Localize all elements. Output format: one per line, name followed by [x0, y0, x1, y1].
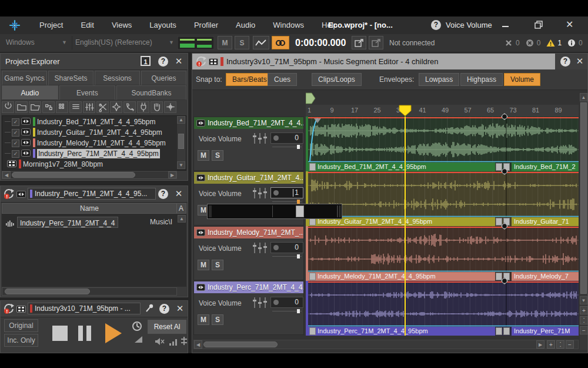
contents-header[interactable]: Industry_Perc_71M_2MT_4_4_95... ? ✕ [1, 186, 188, 203]
checkbox[interactable]: ✓ [12, 150, 19, 158]
fader-icon[interactable] [181, 336, 188, 348]
track-header-4[interactable]: Industry_Perc_71M_2MT_4_4...Voice Volume… [193, 281, 304, 335]
folder-open-icon[interactable] [29, 101, 41, 113]
power-icon[interactable] [2, 101, 14, 113]
tab-audio[interactable]: Audio [2, 85, 58, 100]
transport-header[interactable]: Industry3v10_71M_95bpm - ... ? ✕ [1, 301, 188, 317]
track-title-strip[interactable]: Industry_Perc_71M_2MT_4_4... [194, 281, 303, 293]
tree-item-selected[interactable]: ✓Industry_Perc_71M_2MT_4_4_95bpm [2, 148, 175, 159]
menu-audio[interactable]: Audio [227, 16, 264, 34]
pause-button[interactable] [78, 326, 92, 341]
solo-button[interactable]: S [212, 150, 223, 161]
track-lane-3[interactable]: Industry_Melody_71M_2MT_4_4_95bpmIndustr… [306, 226, 579, 281]
close-icon[interactable]: ✕ [173, 56, 184, 67]
volume-mini-slider[interactable] [272, 200, 302, 203]
clip-trim-handle[interactable] [496, 327, 502, 335]
automation-curve-button[interactable] [253, 36, 269, 49]
mute-button[interactable]: M [198, 314, 209, 325]
scroll-up-arrow[interactable]: ▲ [177, 116, 185, 124]
track-title-strip[interactable]: Industry_Melody_71M_2MT_... [194, 227, 303, 238]
voice-volume-value-box[interactable]: 1 [270, 187, 303, 198]
close-icon[interactable]: ✕ [175, 303, 185, 314]
zoom-out-button[interactable]: − [566, 340, 574, 349]
envelope-node[interactable] [500, 167, 509, 178]
delay-clock-icon[interactable] [131, 320, 143, 334]
mute-button[interactable]: M [198, 150, 209, 161]
contents-hscrollbar[interactable] [2, 287, 177, 296]
volume-mini-slider[interactable] [272, 255, 302, 258]
solo-button[interactable]: S [212, 260, 223, 270]
platform-select[interactable]: Windows▼ [0, 36, 72, 49]
volume-mini-slider[interactable] [272, 310, 302, 313]
zoom-in-button[interactable]: + [580, 306, 588, 314]
scroll-left-arrow[interactable]: ◀ [194, 340, 202, 349]
menu-layouts[interactable]: Layouts [141, 16, 185, 34]
project-explorer-header[interactable]: Project Explorer 1 ? ✕ [1, 54, 188, 70]
scroll-left-arrow[interactable]: ◀ [2, 171, 11, 178]
tree-item[interactable]: ✓Industry_Melody_71M_2MT_4_4_95bpm [2, 138, 175, 148]
folder-icon[interactable] [15, 101, 28, 113]
zoom-fit-button[interactable]: ⁚ [580, 316, 588, 324]
scroll-thumb[interactable] [203, 342, 278, 347]
workunit-icon[interactable] [42, 101, 55, 113]
help-icon[interactable]: ? [560, 57, 570, 67]
grid-icon[interactable] [56, 101, 68, 113]
play-button[interactable] [105, 323, 122, 343]
envelope-lowpass[interactable]: Lowpass [419, 73, 459, 86]
popup-slider-handle[interactable] [296, 205, 304, 217]
hand-icon[interactable] [151, 101, 163, 113]
fade-ramp-icon[interactable] [135, 336, 142, 343]
scroll-down-arrow[interactable]: ▼ [580, 296, 587, 304]
scroll-down-arrow[interactable]: ▼ [177, 161, 185, 169]
solo-toggle[interactable]: S [235, 36, 249, 49]
menu-profiler[interactable]: Profiler [185, 16, 227, 34]
scroll-thumb[interactable] [5, 289, 90, 294]
snap-cues[interactable]: Cues [268, 73, 297, 86]
track-title-strip[interactable]: Industry_Bed_71M_2MT_4_4... [194, 117, 303, 129]
mute-button[interactable]: M [198, 260, 209, 270]
editor-vscrollbar[interactable]: ▲▼+⁚− [580, 93, 587, 350]
link-button[interactable] [272, 36, 289, 49]
clip-trim-handle[interactable] [309, 163, 316, 171]
tab-queries[interactable]: Queries [141, 71, 186, 85]
track-lane-1[interactable]: Industry_Bed_71M_2MT_4_4_95bpmIndustry_B… [306, 117, 579, 171]
close-icon[interactable]: ✕ [173, 188, 184, 199]
mute-toggle[interactable]: M [218, 36, 232, 49]
editor-hscrollbar[interactable]: ◀▶+⁚− [193, 340, 579, 349]
scroll-up-arrow[interactable]: ▲ [580, 93, 587, 101]
volume-slider-popup[interactable] [207, 204, 342, 219]
clip-trim-handle[interactable] [309, 327, 316, 335]
envelope-node[interactable] [500, 277, 509, 287]
timeline-ruler[interactable]: 1917253341495765738189 [306, 105, 579, 117]
scroll-right-arrow[interactable]: ▶ [536, 340, 544, 349]
tab-sharesets[interactable]: ShareSets [48, 71, 93, 85]
scroll-right-arrow[interactable]: ▶ [168, 171, 176, 178]
menu-project[interactable]: Project [31, 16, 72, 34]
tree-item[interactable]: Morning1v7_28M_80bpm [2, 159, 175, 170]
context-help-icon[interactable]: ? [431, 20, 441, 30]
menu-views[interactable]: Views [103, 16, 141, 34]
reset-all-button[interactable]: Reset Al [148, 320, 186, 334]
effect-icon[interactable] [110, 101, 122, 113]
help-icon[interactable]: ? [159, 304, 169, 314]
scroll-thumb[interactable] [178, 134, 184, 149]
tab-soundbanks[interactable]: SoundBanks [116, 85, 186, 100]
envelope-node[interactable] [500, 112, 509, 123]
scroll-thumb[interactable] [12, 172, 135, 178]
checkbox[interactable]: ✓ [12, 118, 19, 126]
track-title-strip[interactable]: Industry_Guitar_71M_2MT_4... [194, 172, 303, 184]
playhead-marker[interactable] [398, 105, 412, 119]
entry-cue-marker[interactable] [306, 92, 316, 107]
pin-icon[interactable] [145, 303, 155, 315]
envelope-highpass[interactable]: Highpass [460, 73, 503, 86]
clip-trim-handle[interactable] [309, 273, 316, 280]
voice-icon[interactable] [123, 101, 136, 113]
tab-events[interactable]: Events [59, 85, 116, 100]
checkbox[interactable]: ✓ [12, 140, 19, 147]
help-icon[interactable]: ? [158, 57, 168, 67]
muted-speaker-icon[interactable] [155, 337, 165, 348]
explorer-hscrollbar[interactable]: ◀ ▶ [2, 171, 177, 179]
list-icon[interactable] [69, 101, 82, 113]
restore-button[interactable] [534, 20, 543, 32]
clip-trim-handle[interactable] [503, 327, 510, 335]
